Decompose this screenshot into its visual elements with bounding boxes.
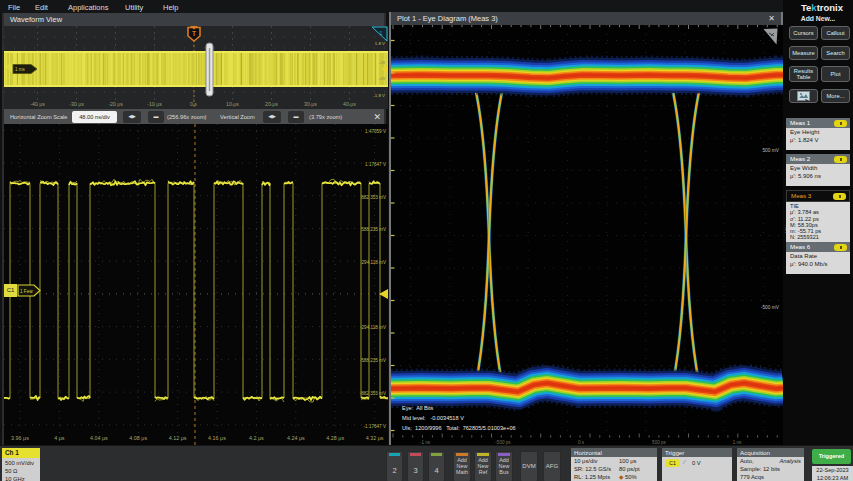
svg-text:294.118 mV: 294.118 mV [362, 260, 387, 265]
svg-text:500 mV: 500 mV [762, 148, 779, 153]
svg-text:-1.17647 V: -1.17647 V [364, 424, 387, 429]
svg-text:-09: -09 [379, 76, 386, 81]
svg-text:4.12 μs: 4.12 μs [169, 435, 187, 441]
svg-text:0 s: 0 s [190, 101, 197, 107]
svg-text:Mid level: -0.0034518 V: Mid level: -0.0034518 V [402, 415, 464, 421]
svg-text:4.24 μs: 4.24 μs [287, 435, 305, 441]
svg-text:-40 μs: -40 μs [30, 101, 45, 107]
svg-text:4.08 μs: 4.08 μs [129, 435, 147, 441]
svg-text:588.235 mV: 588.235 mV [361, 227, 387, 232]
svg-text:1: 1 [380, 30, 383, 36]
svg-text:882.353 mV: 882.353 mV [361, 195, 387, 200]
svg-text:-10 μs: -10 μs [147, 101, 162, 107]
svg-text:4.32 μs: 4.32 μs [366, 435, 384, 441]
svg-text:-30 μs: -30 μs [69, 101, 84, 107]
svg-text:10 μs: 10 μs [226, 101, 239, 107]
svg-text:1 ms: 1 ms [15, 67, 26, 72]
svg-text:-20 μs: -20 μs [108, 101, 123, 107]
svg-text:4.16 μs: 4.16 μs [208, 435, 226, 441]
svg-text:4.04 μs: 4.04 μs [90, 435, 108, 441]
svg-text:3.96 μs: 3.96 μs [11, 435, 29, 441]
svg-text:40 μs: 40 μs [343, 101, 356, 107]
svg-text:Eye: All Bits: Eye: All Bits [402, 405, 434, 411]
svg-text:30 μs: 30 μs [304, 101, 317, 107]
svg-text:-294.118 mV: -294.118 mV [360, 325, 387, 330]
svg-text:-1.8 V: -1.8 V [373, 93, 385, 98]
svg-text:4 μs: 4 μs [54, 435, 65, 441]
svg-text:-28: -28 [379, 60, 386, 65]
svg-text:1.47059 V: 1.47059 V [365, 129, 387, 134]
svg-text:20 μs: 20 μs [265, 101, 278, 107]
svg-text:T: T [192, 30, 196, 37]
svg-text:UIs: 1200/9996 Total: 7628: UIs: 1200/9996 Total: 762805/5.01003e+06 [402, 425, 516, 431]
svg-text:-588.235 mV: -588.235 mV [360, 358, 387, 363]
svg-text:1.17647 V: 1.17647 V [365, 162, 387, 167]
svg-text:4.2 μs: 4.2 μs [249, 435, 264, 441]
svg-text:-500 mV: -500 mV [761, 305, 780, 310]
svg-text:4.28 μs: 4.28 μs [326, 435, 344, 441]
svg-text:-882.353 mV: -882.353 mV [360, 391, 387, 396]
svg-text:1 Few: 1 Few [20, 289, 33, 294]
svg-text:1.8 V: 1.8 V [375, 41, 385, 46]
